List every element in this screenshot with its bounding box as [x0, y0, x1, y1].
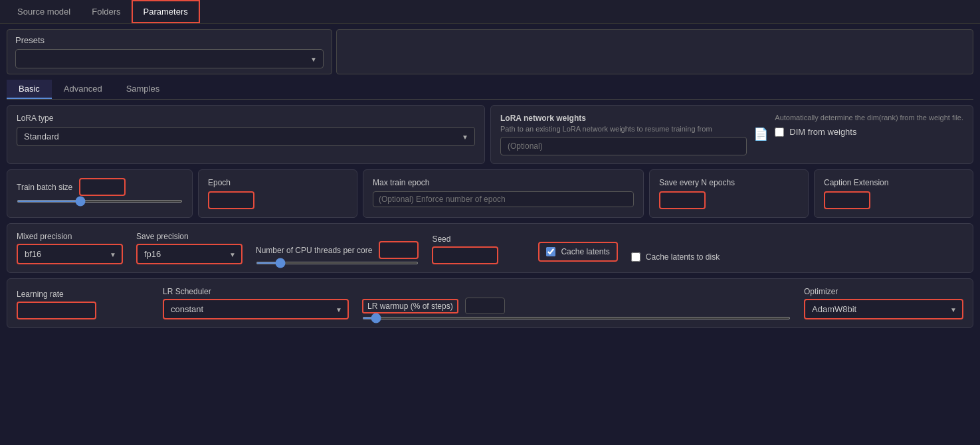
presets-box: Presets — [7, 29, 332, 74]
optimizer-group: Optimizer AdamW8bit AdamW Adam SGD Lion — [804, 287, 963, 319]
optimizer-select[interactable]: AdamW8bit AdamW Adam SGD Lion — [804, 299, 963, 319]
epoch-card: Epoch 2 — [198, 169, 357, 218]
lora-network-card: LoRA network weights Path to an existing… — [490, 105, 973, 164]
lr-warmup-label: LR warmup (% of steps) — [362, 299, 458, 313]
tab-samples[interactable]: Samples — [114, 80, 172, 99]
seed-group: Seed 1234 — [432, 234, 525, 264]
presets-label: Presets — [15, 35, 324, 45]
lora-row: LoRA type Standard LoRA network weights … — [7, 105, 973, 164]
lr-scheduler-select-wrap: constant linear cosine cosine_with_resta… — [163, 299, 349, 319]
train-batch-size-slider[interactable] — [17, 200, 183, 203]
main-content: Presets Basic Advanced Samples LoRA type… — [0, 24, 980, 333]
train-params-row: Train batch size 4 Epoch 2 Max train epo… — [7, 169, 973, 218]
max-train-epoch-label: Max train epoch — [373, 178, 634, 187]
epoch-input[interactable]: 2 — [208, 191, 254, 209]
caption-extension-card: Caption Extension .txt — [814, 169, 973, 218]
tab-basic[interactable]: Basic — [7, 80, 52, 99]
cache-latents-disk-row: Cache latents to disk — [631, 252, 720, 262]
dim-weights-desc: Automatically determine the dim(rank) fr… — [775, 114, 963, 122]
save-precision-label: Save precision — [136, 232, 243, 241]
lr-warmup-group: LR warmup (% of steps) 0 — [362, 298, 791, 319]
cache-latents-row: Cache latents — [538, 242, 617, 262]
dim-weights-area: Automatically determine the dim(rank) fr… — [775, 114, 963, 137]
tab-folders[interactable]: Folders — [81, 1, 131, 22]
cache-latents-label: Cache latents — [561, 247, 609, 256]
save-precision-group: Save precision fp16 bf16 float — [136, 232, 243, 264]
learning-rate-label: Learning rate — [17, 290, 149, 299]
lora-type-select-wrap: Standard — [17, 127, 475, 146]
mixed-precision-group: Mixed precision bf16 fp16 no — [17, 232, 123, 264]
optimizer-select-wrap: AdamW8bit AdamW Adam SGD Lion — [804, 299, 963, 319]
mixed-precision-select[interactable]: bf16 fp16 no — [17, 244, 123, 264]
tab-parameters[interactable]: Parameters — [132, 0, 200, 23]
cache-latents-disk-group: Cache latents to disk — [631, 252, 720, 264]
presets-spacer — [336, 29, 973, 74]
lr-warmup-slider[interactable] — [362, 317, 791, 319]
save-every-n-input[interactable]: 1 — [659, 191, 706, 209]
seed-label: Seed — [432, 234, 525, 244]
network-weights-title: LoRA network weights — [500, 114, 747, 123]
cpu-threads-label: Number of CPU threads per core — [256, 246, 372, 255]
save-precision-select[interactable]: fp16 bf16 float — [136, 244, 243, 264]
save-precision-select-wrap: fp16 bf16 float — [136, 244, 243, 264]
top-nav: Source model Folders Parameters — [0, 0, 980, 24]
lr-scheduler-group: LR Scheduler constant linear cosine cosi… — [163, 287, 349, 319]
cpu-threads-row: Number of CPU threads per core 2 — [256, 241, 419, 259]
presets-select-wrap — [15, 49, 324, 68]
train-batch-size-card: Train batch size 4 — [7, 169, 193, 218]
dim-from-weights-label: DIM from weights — [789, 127, 856, 137]
caption-extension-label: Caption Extension — [824, 178, 963, 187]
mixed-precision-select-wrap: bf16 fp16 no — [17, 244, 123, 264]
sub-tabs: Basic Advanced Samples — [7, 80, 973, 100]
lr-row: Learning rate 0.0001 LR Scheduler consta… — [7, 278, 973, 328]
lora-type-label: LoRA type — [17, 114, 475, 123]
lr-warmup-input[interactable]: 0 — [465, 298, 505, 314]
presets-row: Presets — [7, 29, 973, 74]
cache-latents-disk-checkbox[interactable] — [631, 252, 640, 262]
train-batch-size-input[interactable]: 4 — [79, 178, 126, 196]
lr-scheduler-label: LR Scheduler — [163, 287, 349, 296]
tab-advanced[interactable]: Advanced — [52, 80, 114, 99]
save-every-n-label: Save every N epochs — [659, 178, 799, 187]
learning-rate-input[interactable]: 0.0001 — [17, 302, 96, 319]
cpu-threads-input[interactable]: 2 — [379, 241, 419, 259]
cache-latents-checkbox[interactable] — [546, 247, 555, 256]
cpu-threads-slider[interactable] — [256, 262, 419, 264]
mixed-row: Mixed precision bf16 fp16 no Save precis… — [7, 223, 973, 273]
train-batch-size-label: Train batch size — [17, 183, 72, 192]
network-weights-area: LoRA network weights Path to an existing… — [500, 114, 747, 155]
caption-extension-input[interactable]: .txt — [824, 191, 870, 209]
file-icon: 📄 — [753, 114, 768, 141]
lr-warmup-header: LR warmup (% of steps) 0 — [362, 298, 791, 314]
dim-from-weights-checkbox[interactable] — [775, 128, 784, 137]
learning-rate-group: Learning rate 0.0001 — [17, 290, 149, 319]
network-weights-desc: Path to an existing LoRA network weights… — [500, 125, 747, 133]
tab-source-model[interactable]: Source model — [7, 1, 81, 22]
lora-type-select[interactable]: Standard — [17, 127, 475, 146]
lr-card: Learning rate 0.0001 LR Scheduler consta… — [7, 278, 973, 328]
lr-scheduler-select[interactable]: constant linear cosine cosine_with_resta… — [163, 299, 349, 319]
cpu-threads-group: Number of CPU threads per core 2 — [256, 241, 419, 264]
max-train-epoch-input[interactable] — [373, 191, 634, 207]
max-train-epoch-card: Max train epoch — [363, 169, 644, 218]
seed-input[interactable]: 1234 — [432, 246, 498, 264]
lora-type-card: LoRA type Standard — [7, 105, 485, 164]
cache-latents-disk-label: Cache latents to disk — [646, 252, 720, 262]
mixed-card: Mixed precision bf16 fp16 no Save precis… — [7, 223, 973, 273]
epoch-label: Epoch — [208, 178, 347, 187]
presets-select[interactable] — [15, 49, 324, 68]
network-weights-input[interactable] — [500, 137, 747, 155]
batch-size-input-row: Train batch size 4 — [17, 178, 183, 196]
mixed-precision-label: Mixed precision — [17, 232, 123, 241]
dim-weights-checkbox-row: DIM from weights — [775, 127, 963, 137]
optimizer-label: Optimizer — [804, 287, 963, 296]
save-every-n-card: Save every N epochs 1 — [649, 169, 809, 218]
cache-latents-group: Cache latents — [538, 242, 617, 264]
